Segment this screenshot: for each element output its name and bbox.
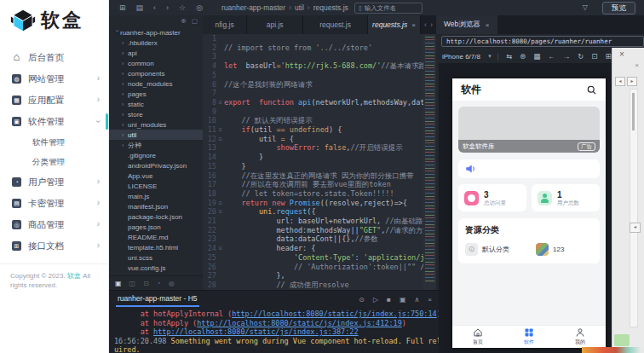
tree-item-manifest.json[interactable]: manifest.json (109, 201, 203, 211)
project-explorer-icon[interactable]: ▣ (115, 280, 122, 287)
console-link[interactable]: http://localhost:8080/static/js/index.js… (197, 319, 402, 327)
new-window-icon[interactable]: ⊞ (119, 3, 126, 12)
close-icon[interactable]: × (486, 21, 490, 29)
tree-item-.hbuilderx[interactable]: ›.hbuilderx (109, 38, 203, 48)
tree-item-node_modules[interactable]: ›node_modules (109, 78, 203, 89)
breadcrumb-project[interactable]: ruanher-app-master (221, 3, 285, 12)
tree-item-androidPrivacy.json[interactable]: androidPrivacy.json (109, 160, 203, 171)
tab-web-browser[interactable]: Web浏览器 × (436, 15, 497, 34)
search-icon[interactable] (586, 84, 597, 95)
screenshot-icon[interactable]: ▦ (533, 52, 540, 61)
scroll-left-icon[interactable]: ◂ (615, 77, 625, 86)
tree-item-App.vue[interactable]: App.vue (109, 171, 203, 181)
emulator-icon[interactable]: ◫ (129, 280, 136, 287)
tab-scroll-right-icon[interactable]: › (430, 20, 433, 29)
url-input[interactable]: http://localhost:8080/pages/ruanher/ruan… (441, 36, 644, 47)
tree-item-ruanher-app-master[interactable]: ›ruanher-app-master (109, 27, 203, 38)
tree-item-main.js[interactable]: main.js (109, 191, 203, 201)
refresh-icon[interactable]: ↻ (578, 52, 584, 61)
filter-icon[interactable]: ▽ (583, 3, 588, 11)
console-link[interactable]: http://localhost:8080/static/js/index.js… (232, 310, 437, 318)
tab-mine[interactable]: 我的 (555, 326, 606, 348)
category-label[interactable]: 默认分类 (482, 245, 509, 254)
tree-item-package-lock.json[interactable]: package-lock.json (109, 211, 203, 222)
default-category-icon[interactable]: ⊙ (465, 243, 478, 256)
fold-icon[interactable]: ⊟ (216, 244, 224, 253)
tree-item-LICENSE[interactable]: LICENSE (109, 181, 203, 191)
tab-scroll-left-icon[interactable]: ‹ (424, 20, 427, 29)
extensions-icon[interactable]: ◍ (169, 280, 175, 287)
back-arrow-icon[interactable]: ← (548, 52, 555, 61)
sidebar-item-website[interactable]: ◍网站管理› (0, 68, 108, 90)
tree-item-vue.config.js[interactable]: vue.config.js (109, 263, 203, 273)
sidebar-item-goods[interactable]: ◎商品管理› (0, 214, 108, 235)
star-icon[interactable]: ☆ (179, 3, 186, 12)
clear-icon[interactable]: ⊙ (359, 296, 365, 304)
tree-item-uni_modules[interactable]: ›uni_modules (109, 119, 203, 130)
code-editor[interactable]: 12// import store from '../../store'34le… (203, 34, 423, 290)
tree-item-store[interactable]: ›store (109, 109, 203, 119)
collapse-all-icon[interactable]: ▢ (192, 17, 198, 25)
minimap[interactable] (423, 34, 436, 290)
back-icon[interactable]: ‹ (153, 3, 156, 12)
tree-item-template.h5.html[interactable]: template.h5.html (109, 242, 203, 252)
category-thumbnail[interactable] (536, 243, 549, 256)
close-icon[interactable]: × (428, 296, 432, 304)
banner-image[interactable]: 软盒软件库 广告 (458, 107, 600, 153)
console-output[interactable]: at hotApplyInternal (http://localhost:80… (109, 308, 439, 353)
open-panel-icon[interactable]: ▣ (400, 296, 406, 304)
scrollbar-track[interactable] (630, 89, 638, 327)
fold-icon[interactable]: ⊟ (216, 207, 224, 217)
qr-code-icon[interactable]: ⊞ (605, 52, 611, 61)
stat-card-visits[interactable]: 3 总访问量 (458, 184, 526, 211)
scroll-button[interactable]: ◂ (630, 223, 641, 233)
rotate-icon[interactable]: ⇆ (506, 52, 512, 61)
new-file-icon[interactable]: ⊕ (181, 17, 187, 25)
scroll-right-icon[interactable]: ▸ (627, 77, 637, 86)
tab-software[interactable]: 软件 (503, 326, 555, 348)
tree-item-components[interactable]: ›components (109, 68, 203, 78)
sidebar-item-api-doc[interactable]: ⊞接口文档› (0, 235, 108, 257)
forward-arrow-icon[interactable]: → (563, 52, 571, 61)
tree-item-.gitignore[interactable]: .gitignore (109, 150, 203, 160)
sidebar-item-software[interactable]: ▣软件管理› (0, 111, 108, 132)
tree-item-static[interactable]: ›static (109, 99, 203, 109)
editor-tab-nfig.js[interactable]: nfig.js (203, 15, 247, 34)
sidebar-item-app-config[interactable]: ▦应用配置› (0, 90, 108, 111)
tree-item-uni.scss[interactable]: uni.scss (109, 252, 203, 263)
save-icon[interactable]: ▤ (136, 3, 144, 12)
tree-item-分种[interactable]: ›分种 (109, 140, 203, 150)
close-icon[interactable]: × (411, 21, 416, 29)
tree-item-README.md[interactable]: README.md (109, 232, 203, 242)
tree-item-api[interactable]: ›api (109, 48, 203, 58)
sidebar-item-home[interactable]: ⌂后台首页 (0, 47, 108, 68)
editor-tab-requests.js[interactable]: requests.js× (368, 15, 421, 34)
forward-icon[interactable]: › (166, 3, 169, 12)
stop-icon[interactable]: ■ (387, 296, 391, 304)
stat-card-users[interactable]: 1 用户总数 (532, 184, 600, 211)
editor-tab-api.js[interactable]: api.js (247, 15, 303, 34)
category-label[interactable]: 123 (553, 246, 564, 253)
source-control-icon[interactable]: ◔ (157, 280, 161, 287)
sidebar-subitem[interactable]: 分类管理 (0, 152, 108, 171)
sidebar-subitem[interactable]: 软件管理 (0, 132, 108, 152)
console-link[interactable]: http://localhost:8080/static/js/index.js… (153, 327, 359, 336)
collapse-icon[interactable]: ∧ (414, 296, 419, 304)
fold-icon[interactable]: ⊟ (216, 199, 224, 208)
scrollbar-thumb[interactable] (632, 93, 635, 130)
file-search-input[interactable]: ▯ 输入文件名 (354, 3, 423, 14)
tree-item-util[interactable]: ›util (109, 130, 203, 140)
gear-icon[interactable]: ⊛ (520, 52, 526, 61)
device-select[interactable]: iPhone 6/7/8 ▼ (442, 53, 498, 61)
fold-icon[interactable]: ⊟ (216, 125, 224, 135)
restart-icon[interactable]: ▷ (373, 296, 378, 304)
preview-button[interactable]: 预览 (602, 2, 635, 14)
close-icon[interactable]: × (619, 49, 624, 59)
sidebar-item-user[interactable]: ◔用户管理› (0, 171, 108, 193)
breadcrumb-file[interactable]: requests.js (313, 3, 348, 12)
fold-icon[interactable]: ⊟ (216, 135, 224, 144)
breadcrumb-folder[interactable]: util (295, 3, 304, 12)
tree-item-common[interactable]: ›common (109, 58, 203, 68)
sidebar-item-card-key[interactable]: ▤卡密管理› (0, 193, 108, 214)
debug-icon[interactable]: ⊡ (143, 280, 149, 287)
